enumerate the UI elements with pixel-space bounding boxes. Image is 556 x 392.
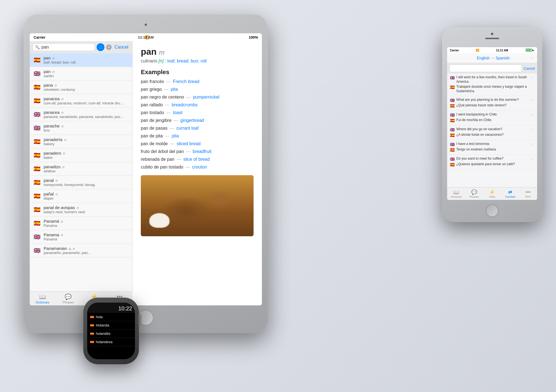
phrase-row-es-5: 🇪🇸 ¿Quieres quedarte para tomar un café?	[450, 162, 534, 167]
word-item-panacea-es[interactable]: 🇪🇸 panacea n cure-all; panacea; nostrum;…	[30, 94, 132, 108]
word-main-5: panache	[44, 124, 60, 128]
phrase-es-text-0: Trabajaré durante unos meses y luego via…	[456, 85, 534, 93]
word-item-panadizo[interactable]: 🇪🇸 panadizo n whitlow	[30, 162, 132, 176]
flag-gb-14: 🇬🇧	[33, 247, 41, 254]
word-item-panal[interactable]: 🇪🇸 panal n honeycomb; honeycomb; hexag	[30, 176, 132, 189]
word-item-pan-es[interactable]: 🇪🇸 pan n loaf; bread; bun; roll	[30, 53, 132, 67]
iphone-header: English → Spanish ☆	[447, 53, 537, 63]
word-item-panal-avispas[interactable]: 🇪🇸 panal de avispas n wasp's nest; horne…	[30, 203, 132, 217]
word-item-panache[interactable]: 🇬🇧 panache n brío	[30, 121, 132, 135]
word-item-panal[interactable]: 🇪🇸 pañal n diaper	[30, 189, 132, 203]
iphone-battery-plus: +	[533, 49, 534, 52]
ipad-device: Carrier 📶 11:18 AM 100% 🔍 pan 🌐 ✕ Cancel	[24, 14, 268, 333]
tab-dictionary[interactable]: 📖 Dictionary	[30, 292, 56, 305]
iphone-tab-more[interactable]: ••• More	[519, 187, 537, 200]
word-pos-11: n	[76, 206, 79, 210]
phrase-star-4[interactable]: ☆	[531, 142, 534, 146]
word-sub-2: velveteen; corduroy	[44, 87, 124, 92]
iphone-cancel-button[interactable]: Cancel	[524, 66, 535, 71]
phrase-en-text-2: I went backpacking in Chile.	[456, 112, 529, 117]
iphone-search-input[interactable]	[449, 64, 522, 72]
watch-word-0: hola	[96, 315, 103, 319]
phrase-row-es-2: 🇪🇸 Fui de mochila en Chile.	[450, 118, 534, 123]
carrier-label: Carrier	[34, 35, 46, 39]
svg-rect-8	[141, 222, 254, 236]
word-item-panamanian[interactable]: 🇬🇧 Panamanian a, n panameño; panameño; p…	[30, 244, 132, 257]
ex-en-6: currant loaf	[176, 126, 199, 131]
word-item-panadero[interactable]: 🇪🇸 panadero n baker	[30, 149, 132, 162]
ex-dash-2: —	[186, 95, 191, 100]
word-main-7: panadero	[44, 151, 61, 155]
watch-item-holandesa[interactable]: 🇪🇸 holandesa	[87, 338, 135, 346]
svg-point-2	[172, 185, 253, 229]
flag-gb-1: 🇬🇧	[33, 70, 41, 77]
word-pos-6: n	[63, 138, 66, 142]
word-item-panama-gb[interactable]: 🇬🇧 Panama n Panamá	[30, 230, 132, 244]
word-pos-12: n	[60, 219, 63, 223]
clear-button[interactable]: ✕	[106, 44, 112, 50]
phrase-star-2[interactable]: ☆	[531, 112, 534, 117]
ex-es-0: pan francés	[141, 79, 164, 84]
watch-flag-1: 🇪🇸	[90, 323, 94, 327]
word-item-pan-gb[interactable]: 🇬🇧 pan n sartén	[30, 67, 132, 81]
example-6: pan de pasas — currant loaf	[141, 126, 254, 131]
ex-dash-11: —	[186, 165, 190, 170]
word-info-12: Panamá n Panama	[44, 219, 129, 228]
watch-item-holanda[interactable]: 🇪🇸 Holanda	[87, 321, 135, 330]
phrase-star-1[interactable]: ☆	[531, 98, 534, 102]
iphone-home-button[interactable]	[486, 204, 499, 217]
search-input-wrapper[interactable]: 🔍 pan	[32, 43, 95, 51]
watch-word-list: 🇪🇸 hola 🇪🇸 Holanda 🇪🇸 holandés 🇪🇸 holand…	[87, 313, 135, 346]
watch-item-hola[interactable]: 🇪🇸 hola	[87, 313, 135, 321]
word-item-panama-es[interactable]: 🇪🇸 Panamá n Panama	[30, 217, 132, 230]
word-sub-11: wasp's nest; hornet's nest	[44, 210, 124, 214]
word-main-13: Panama	[44, 232, 59, 237]
watch-flag-3: 🇪🇸	[90, 340, 94, 344]
iphone-camera	[491, 33, 493, 35]
ex-es-9: fruto del árbol del pan	[141, 149, 184, 154]
word-info-13: Panama n Panamá	[44, 232, 129, 241]
iphone-tab-phrases[interactable]: 💬 Phrases	[465, 187, 483, 200]
tab-phrases-label: Phrases	[63, 301, 74, 304]
watch-word-1: Holanda	[96, 323, 109, 327]
word-item-pana[interactable]: 🇪🇸 pana n velveteen; corduroy	[30, 81, 132, 94]
iphone-more-label: More	[525, 195, 531, 198]
phrase-star-5[interactable]: ☆	[531, 157, 534, 161]
phrase-pair-1: 🇬🇧 What are you planning to do this summ…	[447, 96, 537, 111]
iphone-tab-translate[interactable]: ⇄ Translate	[501, 187, 519, 200]
iphone-verbs-label: Verbs	[489, 195, 495, 198]
globe-button[interactable]: 🌐	[97, 43, 104, 51]
tab-dictionary-label: Dictionary	[36, 301, 49, 304]
word-info-14: Panamanian a, n panameño; panameño; pan.…	[44, 246, 129, 255]
examples-heading: Examples	[141, 69, 254, 76]
word-item-panacea-gb[interactable]: 🇬🇧 panacea n panacea; sanalotodo; panace…	[30, 108, 132, 121]
iphone-statusbar: Carrier 📶 11:11 AM +	[447, 47, 537, 53]
phrase-star-3[interactable]: ☆	[531, 127, 534, 132]
iphone-wifi: 📶	[476, 49, 479, 52]
iphone-tab-dictionary[interactable]: 📖 Dictionary	[447, 187, 465, 200]
watch-item-holandes[interactable]: 🇪🇸 holandés	[87, 330, 135, 338]
svg-rect-9	[141, 222, 254, 223]
phrase-pair-3: 🇬🇧 Where did you go on vacation? ☆ 🇪🇸 ¿A…	[447, 125, 537, 140]
ex-dash-4: —	[166, 110, 171, 115]
cancel-button[interactable]: Cancel	[113, 45, 129, 50]
example-11: cubito de pan tostado — crouton	[141, 165, 254, 170]
word-item-panaderia[interactable]: 🇪🇸 panadería n bakery	[30, 135, 132, 149]
word-main-11: panal de avispas	[44, 205, 75, 210]
iphone-language-title: English → Spanish	[457, 56, 530, 60]
word-sub-14: panameño; panameño; pan...	[44, 251, 124, 255]
word-info-2: pana n velveteen; corduroy	[44, 83, 129, 92]
example-3: pan rallado — breadcrumbs	[141, 102, 254, 107]
word-main-14: Panamanian	[44, 246, 67, 251]
tab-phrases[interactable]: 💬 Phrases	[56, 292, 81, 305]
word-info-9: panal n honeycomb; honeycomb; hexag	[44, 178, 129, 187]
iphone-speaker	[485, 38, 499, 39]
iphone-favorite-button[interactable]: ☆	[530, 55, 534, 61]
svg-rect-4	[162, 208, 179, 228]
phrase-flag-es-2: 🇪🇸	[450, 118, 455, 123]
ex-es-7: pan de pita	[141, 134, 163, 139]
dictionary-tab-icon: 📖	[39, 293, 46, 300]
phrase-star-0[interactable]: ☆	[531, 75, 534, 80]
apple-watch: 10:22 🇪🇸 hola 🇪🇸 Holanda 🇪🇸 holandés 🇪🇸 …	[83, 298, 139, 364]
iphone-tab-verbs[interactable]: ⚡ Verbs	[483, 187, 501, 200]
